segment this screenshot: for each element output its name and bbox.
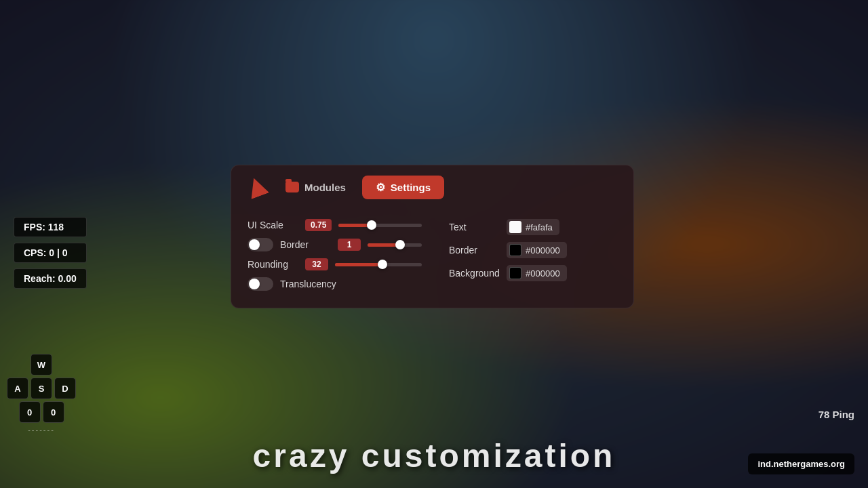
- ui-scale-thumb: [367, 220, 376, 230]
- rounding-fill: [335, 263, 382, 266]
- translucency-toggle-knob: [249, 279, 260, 289]
- logo-shape: [245, 175, 269, 199]
- background-color-row: Background #000000: [449, 262, 617, 285]
- settings-button[interactable]: ⚙ Settings: [362, 176, 444, 199]
- left-column: UI Scale 0.75 Border 1: [248, 216, 422, 294]
- border-color-value: #000000: [526, 245, 560, 256]
- border-value: 1: [338, 239, 361, 251]
- hud-container: FPS: 118 CPS: 0 | 0 Reach: 0.00: [14, 217, 87, 289]
- key-row-asd: A S D: [7, 378, 76, 399]
- reach-counter: Reach: 0.00: [14, 268, 87, 289]
- border-color-row: Border #000000: [449, 239, 617, 262]
- rounding-value: 32: [305, 258, 328, 270]
- ping-display: 78 Ping: [818, 409, 854, 420]
- rounding-thumb: [378, 260, 387, 269]
- logo: [245, 175, 269, 199]
- rounding-label: Rounding: [248, 259, 298, 270]
- key-w: W: [31, 354, 52, 375]
- border-thumb: [395, 240, 405, 249]
- settings-label: Settings: [391, 182, 431, 193]
- key-row-w: W: [7, 354, 76, 375]
- border-color-swatch[interactable]: #000000: [507, 242, 567, 258]
- key-d: D: [54, 378, 76, 399]
- fps-counter: FPS: 118: [14, 217, 87, 237]
- settings-panel: Modules ⚙ Settings UI Scale 0.75: [231, 165, 634, 308]
- translucency-label: Translucency: [280, 279, 336, 289]
- text-color-value: #fafafa: [526, 222, 553, 232]
- key-display: W A S D 0 0 -------: [7, 354, 76, 434]
- border-row: Border 1: [248, 235, 422, 255]
- key-dashes: -------: [7, 426, 76, 434]
- text-color-swatch[interactable]: #fafafa: [507, 219, 559, 235]
- key-row-00: 0 0: [7, 401, 76, 423]
- rounding-slider[interactable]: [335, 263, 422, 266]
- ui-scale-slider[interactable]: [338, 224, 422, 227]
- rounding-row: Rounding 32: [248, 255, 422, 274]
- background-color-value: #000000: [526, 268, 560, 279]
- folder-icon: [285, 182, 299, 192]
- background-color-label: Background: [449, 268, 500, 279]
- background-swatch-box: [509, 267, 521, 279]
- gear-icon: ⚙: [376, 181, 385, 194]
- background-color-swatch[interactable]: #000000: [507, 265, 567, 281]
- text-color-row: Text #fafafa: [449, 216, 617, 239]
- server-url: ind.nethergames.org: [748, 453, 854, 474]
- right-column: Text #fafafa Border #000000 Background: [449, 216, 617, 294]
- modules-label: Modules: [304, 182, 346, 193]
- panel-header: Modules ⚙ Settings: [231, 165, 633, 209]
- ui-scale-value: 0.75: [305, 219, 332, 231]
- tagline-text: crazy customization: [253, 437, 616, 474]
- key-a: A: [7, 378, 28, 399]
- border-toggle[interactable]: [248, 238, 273, 251]
- translucency-toggle[interactable]: [248, 277, 273, 291]
- key-s: S: [31, 378, 52, 399]
- border-swatch-box: [509, 244, 521, 256]
- key-0-right: 0: [43, 401, 64, 423]
- border-toggle-knob: [249, 239, 260, 250]
- key-0-left: 0: [19, 401, 41, 423]
- ui-scale-label: UI Scale: [248, 220, 298, 230]
- text-color-label: Text: [449, 222, 500, 232]
- translucency-row: Translucency: [248, 274, 422, 294]
- text-swatch-box: [509, 221, 521, 233]
- border-slider[interactable]: [368, 243, 422, 247]
- cps-counter: CPS: 0 | 0: [14, 243, 87, 263]
- modules-button[interactable]: Modules: [276, 178, 355, 197]
- ui-scale-row: UI Scale 0.75: [248, 216, 422, 235]
- panel-body: UI Scale 0.75 Border 1: [231, 209, 633, 308]
- border-color-label: Border: [449, 245, 500, 256]
- border-label: Border: [280, 239, 331, 250]
